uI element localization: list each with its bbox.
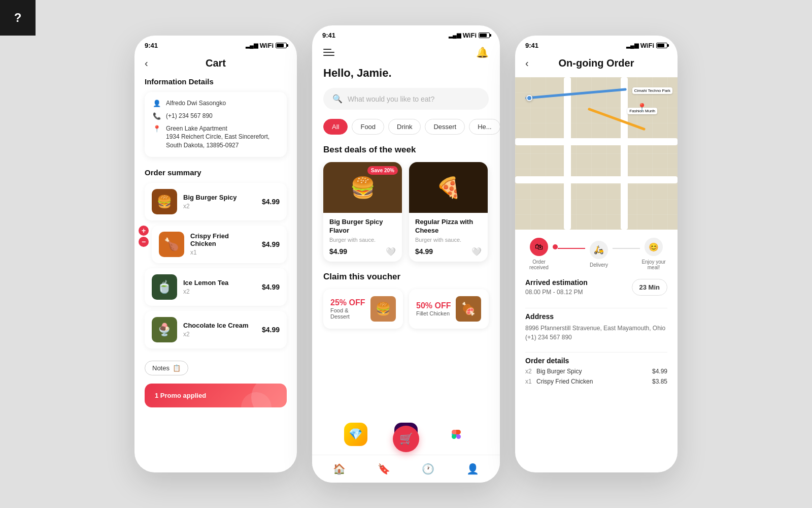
address-line2: (+1) 234 567 890	[525, 334, 572, 341]
item-thumb-4: 🍨	[152, 317, 177, 342]
item-details-3: Ice Lemon Tea x2	[183, 279, 256, 295]
deal-name-2: Regular Pizza with Cheese	[415, 218, 482, 235]
notification-icon[interactable]: 🔔	[476, 46, 489, 58]
pill-more[interactable]: He...	[469, 119, 500, 135]
map-end-pin: 📍	[637, 103, 647, 112]
figma-icon[interactable]	[445, 423, 468, 446]
deal-body-1: Big Burger Spicy Flavor Burger with sauc…	[323, 213, 402, 262]
ongoing-back-button[interactable]: ‹	[525, 57, 529, 69]
order-details-list: x2 Big Burger Spicy $4.99 x1 Crispy Frie…	[525, 368, 667, 385]
item-name-1: Big Burger Spicy	[183, 194, 256, 201]
phone-icon: 📞	[153, 112, 161, 120]
save-badge-1: Save 20%	[367, 166, 398, 175]
search-input[interactable]: What would you like to eat?	[348, 95, 434, 103]
cart-content: Information Details 👤 Alfredo Dwi Sasong…	[134, 77, 297, 407]
divider-2	[525, 352, 667, 353]
hamburger-menu[interactable]	[323, 49, 334, 56]
sketch-icon[interactable]: 💎	[344, 423, 367, 446]
order-item-2-wrapper: + − 🍗 Crispy Fried Chicken x1 $4.99	[145, 226, 287, 263]
heart-btn-2[interactable]: 🤍	[471, 247, 482, 257]
status-icons-2: ▂▄▆ WiFi	[449, 31, 490, 39]
pill-all[interactable]: All	[323, 119, 348, 135]
info-phone-row: 📞 (+1) 234 567 890	[153, 112, 279, 120]
step-label-3: Enjoy your meal!	[640, 259, 667, 270]
order-item-1: 🍔 Big Burger Spicy x2 $4.99	[145, 183, 287, 220]
deals-title: Best deals of the week	[312, 145, 500, 162]
pill-food[interactable]: Food	[352, 119, 384, 135]
info-phone: (+1) 234 567 890	[166, 112, 213, 120]
info-name: Alfredo Dwi Sasongko	[166, 99, 226, 108]
home-header: 🔔	[312, 42, 500, 67]
promo-label: 1 Promo applied	[155, 392, 206, 399]
info-section-label: Information Details	[145, 77, 287, 86]
qty-minus-btn[interactable]: −	[139, 237, 149, 247]
voucher-pct-2: 50% OFF	[416, 301, 451, 310]
map-road-v1	[564, 77, 571, 230]
status-bar-2: 9:41 ▂▄▆ WiFi	[312, 25, 500, 42]
info-address-row: 📍 Green Lake Apartment 1934 Reichert Cir…	[153, 124, 279, 150]
item-thumb-1: 🍔	[152, 189, 177, 214]
voucher-card-2[interactable]: 50% OFF Fillet Chicken 🍖	[409, 289, 489, 329]
item-details-2: Crispy Fried Chicken x1	[190, 232, 256, 256]
nav-history[interactable]: 🕐	[422, 463, 434, 475]
back-button[interactable]: ‹	[145, 57, 148, 69]
status-bar-3: 9:41 ▂▄▆ WiFi	[515, 36, 678, 52]
item-price-2: $4.99	[262, 240, 280, 248]
item-details-4: Chocolate Ice Cream x2	[183, 322, 256, 338]
promo-bar[interactable]: 1 Promo applied	[145, 384, 287, 407]
step-label-2: Delivery	[590, 262, 608, 268]
nav-home[interactable]: 🏠	[333, 463, 346, 475]
cart-header: ‹ Cart	[134, 52, 297, 77]
deal-img-2: 🍕	[409, 162, 488, 213]
pill-dessert[interactable]: Dessert	[425, 119, 465, 135]
deal-footer-1: $4.99 🤍	[329, 247, 396, 257]
map-container: Cimahi Techno Park Fashion Murih 📍	[515, 77, 678, 230]
progress-line-2	[613, 248, 640, 249]
map-road-h1	[515, 138, 678, 145]
item-details-1: Big Burger Spicy x2	[183, 194, 256, 210]
phone-cart: 9:41 ▂▄▆ WiFi ‹ Cart Information Details…	[134, 36, 297, 472]
deal-img-1: 🍔 Save 20%	[323, 162, 402, 213]
order-detail-price-2: $3.85	[652, 378, 667, 385]
battery-2	[479, 33, 490, 38]
estimation-row: Arrived estimation 08.00 PM - 08.12 PM 2…	[515, 278, 678, 304]
step-2: 🛵 Delivery	[585, 241, 613, 268]
qty-plus-btn[interactable]: +	[139, 226, 149, 236]
map-start-dot	[526, 95, 532, 101]
cart-fab[interactable]: 🛒	[393, 426, 419, 452]
step-3: 😊 Enjoy your meal!	[640, 238, 667, 270]
progress-indicator	[553, 244, 558, 249]
heart-btn-1[interactable]: 🤍	[386, 247, 396, 257]
nav-profile[interactable]: 👤	[466, 463, 479, 475]
search-bar[interactable]: 🔍 What would you like to eat?	[323, 88, 489, 110]
order-detail-item-1: x2 Big Burger Spicy	[525, 368, 582, 375]
map-road-h2	[515, 176, 678, 183]
item-qty-2: x1	[190, 249, 256, 256]
deal-name-1: Big Burger Spicy Flavor	[329, 218, 396, 235]
pill-drink[interactable]: Drink	[388, 119, 421, 135]
address-label: Address	[525, 312, 667, 321]
voucher-pct-1: 25% OFF	[330, 298, 365, 307]
deal-card-2[interactable]: 🍕 Regular Pizza with Cheese Burger with …	[409, 162, 488, 262]
estimation-time: 08.00 PM - 08.12 PM	[525, 289, 588, 296]
status-icons-1: ▂▄▆ WiFi	[246, 42, 287, 49]
nav-bookmark[interactable]: 🔖	[378, 463, 390, 475]
deal-card-1[interactable]: 🍔 Save 20% Big Burger Spicy Flavor Burge…	[323, 162, 402, 262]
status-icons-3: ▂▄▆ WiFi	[626, 42, 667, 49]
order-details-section: Order details x2 Big Burger Spicy $4.99 …	[515, 357, 678, 394]
phone-home: 9:41 ▂▄▆ WiFi 🔔 Hello, Jamie. 🔍 What wou…	[312, 25, 500, 483]
step-icon-1: 🛍	[530, 238, 548, 256]
qty-controls-2[interactable]: + −	[139, 226, 149, 247]
signal-3: ▂▄▆	[626, 42, 638, 49]
voucher-card-1[interactable]: 25% OFF Food & Dessert 🍔	[323, 289, 403, 329]
deal-body-2: Regular Pizza with Cheese Burger with sa…	[409, 213, 488, 262]
item-qty-3: x2	[183, 288, 256, 295]
voucher-text-2: 50% OFF Fillet Chicken	[416, 301, 451, 316]
item-qty-1: x2	[183, 203, 256, 210]
info-address: Green Lake Apartment 1934 Reichert Circl…	[166, 124, 279, 150]
order-details-label: Order details	[525, 357, 667, 365]
notes-button[interactable]: Notes 📋	[145, 361, 188, 375]
deal-footer-2: $4.99 🤍	[415, 247, 482, 257]
deal-desc-1: Burger with sauce.	[329, 237, 396, 243]
order-item-4: 🍨 Chocolate Ice Cream x2 $4.99	[145, 311, 287, 348]
